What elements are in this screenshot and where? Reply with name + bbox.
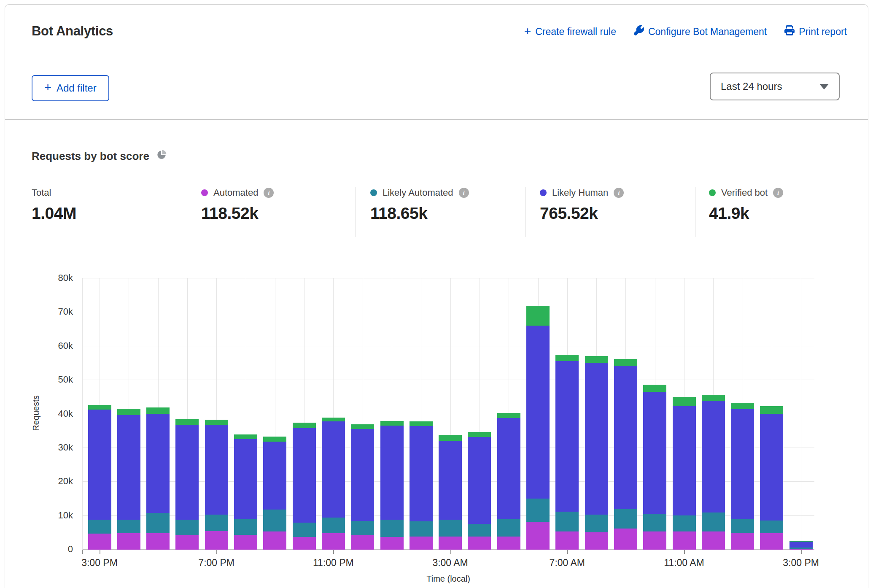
bar-stack[interactable]: [585, 356, 608, 550]
stat-verified-bot: Verified bot i 41.9k: [709, 187, 783, 223]
bar-segment-automated: [175, 535, 199, 550]
bar-stack[interactable]: [673, 397, 696, 550]
bar-segment-automated: [702, 531, 725, 550]
bar-segment-automated: [643, 531, 666, 550]
stat-verified-bot-label: Verified bot: [721, 187, 768, 198]
bar-stack[interactable]: [117, 409, 140, 550]
info-icon[interactable]: i: [614, 188, 624, 198]
bar-segment-automated: [497, 537, 520, 550]
automated-legend-dot: [201, 189, 208, 196]
bar-segment-likely-human: [205, 425, 228, 515]
bar-segment-likely-automated: [117, 520, 140, 533]
bar-segment-likely-automated: [439, 520, 462, 536]
configure-bot-management-label: Configure Bot Management: [648, 26, 767, 38]
bar-segment-verified-bot: [322, 418, 345, 422]
bar-stack[interactable]: [555, 355, 579, 550]
bar-segment-likely-automated: [643, 514, 666, 531]
print-report-label: Print report: [799, 26, 847, 38]
bar-segment-verified-bot: [205, 420, 228, 425]
bar-stack[interactable]: [643, 385, 666, 550]
bar-stack[interactable]: [702, 395, 725, 550]
bar-segment-automated: [439, 537, 462, 550]
configure-bot-management-link[interactable]: Configure Bot Management: [634, 25, 767, 38]
bar-segment-likely-automated: [673, 515, 696, 532]
info-icon[interactable]: i: [773, 188, 783, 198]
info-icon[interactable]: i: [459, 188, 469, 198]
bar-stack[interactable]: [263, 437, 286, 550]
create-firewall-rule-label: Create firewall rule: [535, 26, 616, 38]
bar-segment-likely-human: [673, 406, 696, 515]
stat-total: Total 1.04M: [32, 187, 76, 223]
bar-segment-automated: [146, 533, 170, 550]
create-firewall-rule-link[interactable]: + Create firewall rule: [524, 26, 616, 38]
bar-segment-likely-automated: [146, 513, 170, 533]
bar-stack[interactable]: [760, 406, 783, 550]
bar-stack[interactable]: [234, 434, 257, 550]
stat-total-label: Total: [32, 187, 51, 198]
bar-stack[interactable]: [351, 424, 374, 550]
bar-segment-automated: [117, 533, 140, 550]
bar-segment-likely-human: [410, 426, 433, 521]
likely-automated-legend-dot: [370, 189, 377, 196]
bar-segment-verified-bot: [673, 397, 696, 407]
bar-stack[interactable]: [789, 541, 813, 550]
bar-segment-verified-bot: [380, 421, 404, 425]
bar-segment-likely-human: [614, 366, 637, 509]
bar-stack[interactable]: [88, 405, 111, 550]
stat-likely-automated-value: 118.65k: [370, 204, 469, 223]
bar-stack[interactable]: [146, 407, 170, 550]
bar-stack[interactable]: [439, 435, 462, 550]
bar-segment-likely-automated: [351, 521, 374, 535]
bar-stack[interactable]: [205, 420, 228, 550]
plus-icon: +: [44, 81, 51, 94]
bar-segment-verified-bot: [351, 424, 374, 429]
time-range-value: Last 24 hours: [721, 81, 782, 92]
bar-segment-likely-human: [380, 426, 404, 520]
time-range-dropdown[interactable]: Last 24 hours: [710, 73, 840, 100]
bar-segment-likely-automated: [234, 519, 257, 535]
bar-stack[interactable]: [175, 419, 199, 550]
stat-verified-bot-value: 41.9k: [709, 204, 783, 223]
bar-segment-likely-automated: [731, 519, 754, 533]
bar-segment-likely-automated: [293, 523, 316, 537]
bar-segment-automated: [555, 531, 579, 550]
bar-segment-likely-human: [88, 410, 111, 520]
bar-stack[interactable]: [468, 432, 491, 550]
stat-automated: Automated i 118.52k: [201, 187, 274, 223]
bar-segment-automated: [322, 533, 345, 550]
bar-segment-likely-human: [555, 361, 579, 512]
bar-segment-likely-human: [117, 415, 140, 520]
bar-stack[interactable]: [293, 423, 316, 550]
bar-stack[interactable]: [614, 359, 637, 550]
bar-stack[interactable]: [526, 306, 550, 550]
bar-stack[interactable]: [497, 413, 520, 550]
bar-segment-verified-bot: [234, 434, 257, 439]
bar-stack[interactable]: [380, 421, 404, 550]
add-filter-button[interactable]: + Add filter: [32, 75, 109, 101]
bar-segment-likely-human: [643, 392, 666, 514]
bar-segment-automated: [614, 529, 637, 550]
bar-segment-likely-automated: [410, 521, 433, 537]
pie-chart-icon: [156, 149, 167, 163]
add-filter-label: Add filter: [57, 82, 97, 94]
bar-segment-verified-bot: [760, 406, 783, 414]
section-title-row: Requests by bot score: [32, 149, 167, 163]
bar-segment-automated: [468, 537, 491, 550]
stat-likely-human: Likely Human i 765.52k: [540, 187, 624, 223]
bar-segment-likely-human: [263, 442, 286, 510]
bar-stack[interactable]: [731, 403, 754, 550]
page-title: Bot Analytics: [32, 24, 113, 39]
bar-segment-likely-automated: [205, 515, 228, 531]
bar-segment-likely-automated: [760, 521, 783, 534]
info-icon[interactable]: i: [264, 188, 274, 198]
bar-stack[interactable]: [410, 421, 433, 550]
bar-stack[interactable]: [322, 418, 345, 550]
bar-segment-likely-human: [146, 414, 170, 513]
print-report-link[interactable]: Print report: [784, 25, 847, 38]
bar-segment-likely-automated: [702, 512, 725, 531]
stat-divider: [356, 187, 356, 237]
bar-segment-likely-human: [731, 409, 754, 519]
bar-segment-automated: [789, 549, 813, 550]
stat-automated-value: 118.52k: [201, 204, 274, 223]
likely-human-legend-dot: [540, 189, 547, 196]
